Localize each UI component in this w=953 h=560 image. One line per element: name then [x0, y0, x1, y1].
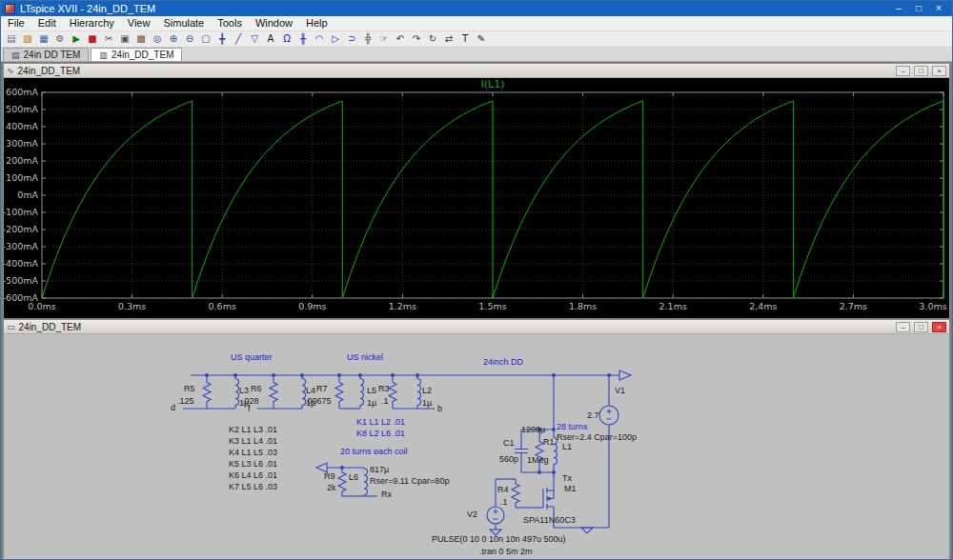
copy-icon[interactable]: ▣ [117, 32, 132, 46]
schematic-label-c1-value: 560p [499, 455, 518, 464]
schematic-label-k2: K2 L1 L3 .01 [229, 426, 277, 434]
schematic-label-comment-k1: K1 L1 L2 .01 [356, 418, 405, 427]
titlebar: LTspice XVII - 24in_DD_TEM – □ × [1, 1, 952, 16]
schematic-label-k4: K4 L1 L5 .03 [229, 449, 277, 457]
tab-schematic[interactable]: ▥ 24in_DD_TEM [91, 48, 182, 61]
paste-icon[interactable]: ▩ [133, 32, 149, 46]
schematic-label-comment-us-nickel: US nickel [347, 353, 383, 362]
waveform-window-icon: ∿ [7, 66, 14, 75]
plot-maximize-button[interactable]: □ [914, 66, 928, 76]
menu-view[interactable]: View [121, 16, 157, 30]
mirror-icon[interactable]: ⇄ [441, 32, 456, 46]
save-icon[interactable]: ▦ [36, 32, 51, 46]
schematic-label-c1-name: C1 [503, 439, 515, 448]
minimize-button[interactable]: – [889, 2, 908, 15]
move-icon[interactable]: ╬ [360, 32, 375, 46]
svg-text:100mA: 100mA [6, 172, 38, 183]
new-schematic-icon[interactable]: ▤ [4, 32, 19, 46]
schematic-canvas[interactable]: US quarterUS nickel24inch DDR5.125L31µdR… [4, 334, 949, 559]
schematic-label-node-f: f [248, 405, 251, 413]
svg-text:-300mA: -300mA [4, 241, 38, 251]
svg-text:300mA: 300mA [6, 138, 38, 149]
open-file-icon[interactable]: ▨ [20, 32, 35, 46]
tab-schematic-label: 24in_DD_TEM [112, 50, 174, 60]
schematic-label-r3-value: .1 [381, 397, 389, 406]
svg-text:-500mA: -500mA [4, 275, 38, 286]
menu-help[interactable]: Help [299, 16, 335, 30]
svg-text:600mA: 600mA [6, 87, 38, 97]
menu-tools[interactable]: Tools [211, 16, 249, 30]
inductor-icon[interactable]: ◠ [312, 32, 327, 46]
svg-text:0.3ms: 0.3ms [118, 301, 146, 311]
schematic-label-k7: K7 L5 L6 .03 [229, 483, 277, 491]
svg-text:400mA: 400mA [6, 121, 38, 131]
schematic-window-title: 24in_DD_TEM [19, 322, 892, 332]
schematic-label-l5-name: L5 [367, 387, 376, 395]
svg-text:1.8ms: 1.8ms [569, 301, 597, 311]
schematic-label-r6-name: R6 [251, 385, 262, 393]
schematic-label-comment-us-quarter: US quarter [231, 353, 273, 362]
menu-hierarchy[interactable]: Hierarchy [63, 16, 121, 30]
schematic-label-r1-name: R1 [543, 438, 555, 447]
plot-close-button[interactable]: × [932, 66, 946, 76]
schematic-label-l5-value: 1µ [367, 399, 376, 408]
schematic-minimize-button[interactable]: – [896, 322, 910, 332]
find-icon[interactable]: ◎ [150, 32, 165, 46]
wire-icon[interactable]: ╱ [231, 32, 246, 46]
halt-icon[interactable]: ■ [85, 32, 100, 46]
plot-window: ∿ 24in_DD_TEM – □ × 600mA500mA400mA300mA… [3, 63, 950, 318]
net-label-icon[interactable]: A [263, 32, 278, 46]
svg-text:200mA: 200mA [6, 155, 38, 166]
plot-window-title: 24in_DD_TEM [18, 66, 892, 76]
capacitor-icon[interactable]: ╫ [295, 32, 311, 46]
schematic-label-k5: K5 L3 L6 .01 [229, 460, 277, 469]
svg-text:I(L1): I(L1) [481, 78, 505, 90]
spice-directive-icon[interactable]: ✎ [474, 32, 489, 46]
schematic-label-node-tx: Tx [562, 474, 572, 483]
control-panel-icon[interactable]: ⚙ [52, 32, 68, 46]
schematic-label-r7-value: .00675 [305, 397, 332, 406]
zoom-in-icon[interactable]: ⊕ [166, 32, 181, 46]
rotate-icon[interactable]: ↻ [425, 32, 440, 46]
redo-icon[interactable]: ↷ [409, 32, 424, 46]
waveform-plot[interactable]: 600mA500mA400mA300mA200mA100mA0mA-100mA-… [4, 78, 949, 318]
schematic-maximize-button[interactable]: □ [914, 322, 928, 332]
zoom-full-icon[interactable]: ▢ [198, 32, 213, 46]
component-icon[interactable]: ⊃ [344, 32, 359, 46]
svg-text:2.1ms: 2.1ms [659, 301, 687, 311]
close-button[interactable]: × [929, 2, 948, 15]
waveform-svg: 600mA500mA400mA300mA200mA100mA0mA-100mA-… [4, 78, 949, 318]
tab-plot[interactable]: ▤ 24in DD TEM [3, 48, 89, 61]
text-icon[interactable]: T [457, 32, 473, 46]
menu-window[interactable]: Window [249, 16, 299, 30]
plot-minimize-button[interactable]: – [896, 66, 910, 76]
schematic-label-r4-value: .1 [500, 498, 508, 507]
maximize-button[interactable]: □ [909, 2, 928, 15]
svg-text:2.4ms: 2.4ms [749, 301, 777, 311]
schematic-label-l6-name: L6 [349, 473, 358, 482]
pan-icon[interactable]: ╋ [214, 32, 230, 46]
menu-edit[interactable]: Edit [31, 16, 63, 30]
schematic-label-l6-value: 817µ [370, 466, 389, 474]
diode-icon[interactable]: ▷ [328, 32, 343, 46]
ground-icon[interactable]: ▽ [247, 32, 262, 46]
schematic-label-r3-name: R3 [378, 385, 390, 393]
undo-icon[interactable]: ↶ [393, 32, 408, 46]
schematic-close-button[interactable]: × [932, 322, 946, 332]
schematic-label-r5-name: R5 [184, 385, 195, 393]
resistor-icon[interactable]: Ω [279, 32, 294, 46]
schematic-window-titlebar[interactable]: ▭ 24in_DD_TEM – □ × [4, 320, 949, 334]
svg-text:0mA: 0mA [17, 190, 38, 200]
zoom-out-icon[interactable]: ⊖ [182, 32, 197, 46]
cut-icon[interactable]: ✂ [101, 32, 116, 46]
menu-file[interactable]: File [1, 16, 31, 30]
plot-window-titlebar[interactable]: ∿ 24in_DD_TEM – □ × [4, 64, 949, 78]
schematic-label-v2-pulse: PULSE(0 10 0 10n 10n 497u 500u) [432, 535, 566, 544]
schematic-label-l3-name: L3 [239, 387, 249, 395]
drag-icon[interactable]: ☞ [376, 32, 392, 46]
run-icon[interactable]: ▶ [69, 32, 84, 46]
menu-simulate[interactable]: Simulate [156, 16, 211, 30]
tabbar: ▤ 24in DD TEM ▥ 24in_DD_TEM [1, 48, 952, 62]
plot-tab-icon: ▤ [11, 50, 20, 60]
schematic-label-v2-name: V2 [467, 510, 477, 519]
